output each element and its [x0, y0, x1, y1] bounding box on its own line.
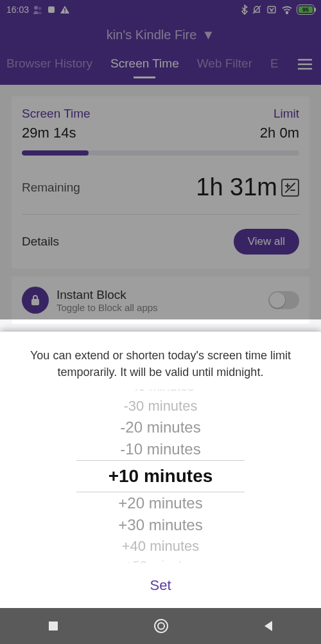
set-button[interactable]: Set — [0, 563, 321, 608]
svg-point-19 — [158, 623, 164, 629]
svg-point-18 — [155, 620, 168, 632]
progress-bar — [22, 150, 299, 156]
svg-point-0 — [34, 6, 38, 10]
lock-icon — [22, 287, 49, 314]
svg-rect-2 — [48, 6, 55, 13]
time-picker[interactable]: -40 minutes -30 minutes -20 minutes -10 … — [0, 389, 321, 563]
android-nav-bar — [0, 608, 321, 644]
tab-screen-time[interactable]: Screen Time — [110, 57, 179, 78]
device-name: kin's Kindle Fire — [107, 28, 197, 42]
picker-option[interactable]: +40 minutes — [122, 536, 199, 557]
picker-option[interactable]: -10 minutes — [120, 438, 200, 460]
menu-button[interactable] — [293, 54, 317, 77]
battery-icon: 95 — [297, 4, 315, 15]
tabs: Browser History Screen Time Web Filter E — [0, 57, 321, 78]
picker-option[interactable]: +20 minutes — [118, 492, 202, 514]
details-label: Details — [22, 235, 59, 249]
instant-block-title: Instant Block — [56, 288, 261, 302]
nav-home-icon[interactable] — [153, 618, 169, 634]
limit-label: Limit — [273, 107, 299, 121]
screen-time-limit: 2h 0m — [260, 125, 299, 141]
svg-point-1 — [39, 7, 42, 10]
instant-block-toggle[interactable] — [268, 291, 299, 309]
screen-time-label: Screen Time — [22, 107, 91, 121]
rotation-lock-icon — [266, 5, 277, 14]
picker-option[interactable]: +50 minutes — [125, 557, 196, 563]
app-header: kin's Kindle Fire ▼ Browser History Scre… — [0, 19, 321, 85]
wifi-icon — [281, 5, 293, 14]
family-icon — [33, 5, 43, 14]
screen-time-used: 29m 14s — [22, 125, 76, 141]
status-bar: 16:03 95 — [0, 0, 321, 19]
instant-block-subtitle: Toggle to Block all apps — [56, 302, 261, 313]
picker-option[interactable]: -30 minutes — [124, 396, 198, 416]
tab-browser-history[interactable]: Browser History — [6, 57, 92, 78]
nav-recent-icon[interactable] — [47, 620, 60, 632]
picker-option-selected[interactable]: +10 minutes — [76, 460, 245, 492]
app-notif-icon — [47, 5, 56, 14]
battery-level: 95 — [299, 6, 313, 13]
progress-fill — [22, 150, 89, 156]
chevron-down-icon: ▼ — [202, 28, 214, 42]
remaining-label: Remaining — [22, 181, 80, 195]
bluetooth-icon — [241, 4, 248, 15]
remaining-value: 1h 31m — [196, 174, 277, 201]
view-all-button[interactable]: View all — [234, 229, 299, 255]
status-time: 16:03 — [6, 4, 29, 15]
picker-option[interactable]: -40 minutes — [127, 389, 195, 396]
nav-back-icon[interactable] — [263, 620, 274, 632]
tab-web-filter[interactable]: Web Filter — [197, 57, 252, 78]
sheet-message: You can extend or shorten today's screen… — [0, 332, 321, 386]
svg-rect-3 — [64, 8, 65, 11]
svg-rect-16 — [32, 300, 39, 305]
svg-point-8 — [286, 13, 288, 14]
svg-rect-4 — [64, 12, 65, 13]
picker-option[interactable]: +30 minutes — [118, 514, 202, 536]
instant-block-card: Instant Block Toggle to Block all apps — [12, 276, 309, 324]
screen-time-card: Screen Time Limit 29m 14s 2h 0m Remainin… — [12, 96, 309, 269]
picker-option[interactable]: -20 minutes — [120, 416, 200, 438]
tab-extra[interactable]: E — [270, 57, 279, 78]
adjust-limit-sheet: You can extend or shorten today's screen… — [0, 332, 321, 608]
device-selector[interactable]: kin's Kindle Fire ▼ — [0, 19, 321, 50]
svg-rect-17 — [49, 622, 58, 631]
warning-icon — [60, 5, 70, 14]
dnd-icon — [252, 4, 262, 15]
adjust-limit-icon[interactable] — [281, 179, 299, 197]
